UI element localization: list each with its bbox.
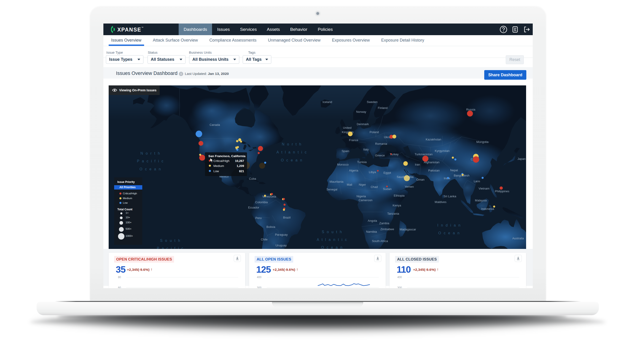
svg-text:A t l a n t i c: A t l a n t i c [276,150,307,154]
svg-text:Paraguay: Paraguay [275,233,288,236]
svg-text:Ethiopia: Ethiopia [394,194,405,197]
svg-text:Finland: Finland [378,106,388,110]
svg-text:Zambia: Zambia [379,222,389,225]
svg-text:Kazakhstan: Kazakhstan [426,138,441,141]
svg-text:N o r t h: N o r t h [140,151,160,155]
svg-text:Malaysia: Malaysia [475,199,487,202]
svg-text:Egypt: Egypt [383,171,391,175]
svg-text:France: France [349,138,358,142]
svg-text:Tanzania: Tanzania [387,212,399,215]
svg-text:Norway: Norway [356,110,366,114]
svg-text:Mali: Mali [347,183,352,186]
svg-text:Denmark: Denmark [357,122,369,126]
svg-text:P a c i f i c: P a c i f i c [137,159,164,163]
svg-text:Poland: Poland [370,130,379,134]
svg-text:S o u t h: S o u t h [322,230,342,234]
svg-text:O c e a n: O c e a n [139,167,161,171]
svg-text:Italy: Italy [363,148,369,151]
svg-text:Cuba: Cuba [249,177,256,181]
svg-text:Sri Lanka: Sri Lanka [444,195,457,198]
svg-text:Iran: Iran [415,163,420,166]
svg-text:Pakistan: Pakistan [428,169,440,172]
svg-text:P a c i f i c: P a c i f i c [157,246,184,249]
svg-text:Greece: Greece [375,154,385,157]
svg-text:Angola: Angola [368,219,377,222]
svg-text:Zimbabwe: Zimbabwe [380,228,394,231]
svg-text:Bolivia: Bolivia [266,225,275,228]
svg-text:Colombia: Colombia [255,201,268,204]
svg-text:Philippines: Philippines [495,189,509,193]
svg-text:Maldives: Maldives [435,200,446,204]
svg-text:Australia: Australia [512,237,524,240]
svg-text:United: United [343,126,352,130]
svg-text:Canada: Canada [209,123,220,127]
svg-text:Vietnam: Vietnam [478,187,489,190]
svg-text:Oman: Oman [416,178,424,181]
svg-text:Nepal: Nepal [450,169,458,172]
svg-text:Nigeria: Nigeria [356,195,366,198]
svg-text:Laos: Laos [474,180,480,183]
svg-text:Chile: Chile [261,238,268,241]
svg-text:Japan: Japan [518,157,525,160]
svg-text:O c e a n: O c e a n [438,231,460,235]
svg-text:Uruguay: Uruguay [275,244,287,247]
svg-text:I n d i a n: I n d i a n [437,223,461,227]
svg-text:Kyrgyzstan: Kyrgyzstan [435,149,449,153]
svg-text:Namibia: Namibia [366,230,377,233]
svg-text:Peru: Peru [255,216,261,220]
svg-text:Mauritania: Mauritania [330,180,343,183]
svg-text:Senegal: Senegal [326,188,338,191]
svg-text:A t l a n t i c: A t l a n t i c [316,238,347,242]
svg-text:Spain: Spain [341,149,349,153]
svg-text:Indonesia: Indonesia [481,207,494,210]
svg-text:Madagascar: Madagascar [400,228,416,231]
svg-text:Ecuador: Ecuador [248,206,260,209]
svg-text:Mongolia: Mongolia [476,140,489,144]
svg-text:Morocco: Morocco [337,163,349,166]
svg-text:Kenya: Kenya [393,204,401,207]
svg-text:Sweden: Sweden [367,100,378,104]
svg-text:S o u t h: S o u t h [160,239,181,243]
svg-text:Turkmenistan: Turkmenistan [415,153,433,156]
svg-text:Russia: Russia [466,108,475,111]
svg-text:South Africa: South Africa [372,239,388,243]
svg-text:Yemen: Yemen [405,185,414,188]
svg-text:Sudan: Sudan [383,187,391,191]
svg-text:O c e a n: O c e a n [281,158,303,162]
svg-text:Romania: Romania [375,142,387,145]
svg-text:Niger: Niger [359,183,366,186]
svg-text:N o r t h: N o r t h [282,142,302,146]
svg-text:Libya: Libya [369,170,376,174]
svg-text:Tunisia: Tunisia [357,160,367,164]
svg-text:O c e a n: O c e a n [321,246,343,249]
svg-text:Iceland: Iceland [322,100,332,104]
svg-text:Chad: Chad [370,185,378,189]
svg-text:Cameroon: Cameroon [359,198,373,202]
svg-text:Algeria: Algeria [349,169,359,172]
svg-text:Brazil: Brazil [283,216,291,219]
